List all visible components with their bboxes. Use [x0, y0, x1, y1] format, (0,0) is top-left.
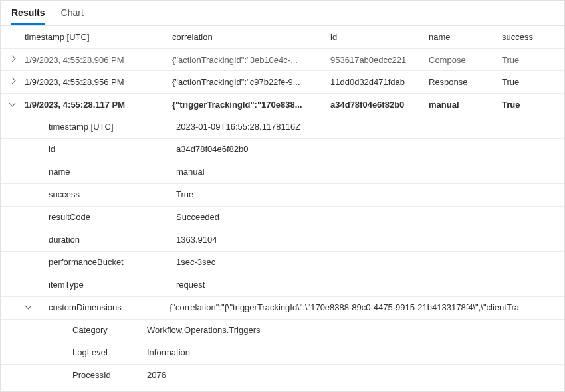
detail-value: Succeeded: [176, 212, 564, 222]
detail-row: resultCode Succeeded: [1, 207, 564, 229]
detail-panel: timestamp [UTC] 2023-01-09T16:55:28.1178…: [1, 116, 564, 392]
cell-id: 953617ab0edcc221: [330, 55, 429, 65]
detail-value: 1sec-3sec: [176, 257, 564, 267]
cell-timestamp: 1/9/2023, 4:55:28.956 PM: [25, 77, 172, 87]
cell-correlation: {"actionTrackingId":"c97b22fe-9...: [172, 77, 330, 87]
result-row[interactable]: 1/9/2023, 4:55:28.906 PM {"actionTrackin…: [1, 49, 564, 71]
detail-label: Category: [1, 325, 147, 335]
cell-name: Response: [429, 77, 502, 87]
detail-label: itemType: [1, 280, 176, 290]
cell-id: 11dd0d32d471fdab: [330, 77, 429, 87]
detail-row: Category Workflow.Operations.Triggers: [1, 320, 564, 342]
cell-timestamp: 1/9/2023, 4:55:28.117 PM: [25, 100, 172, 110]
cell-success: True: [502, 100, 555, 110]
tab-chart[interactable]: Chart: [61, 1, 84, 25]
chevron-right-icon[interactable]: [9, 55, 17, 63]
tabs-bar: Results Chart: [1, 1, 564, 26]
header-id[interactable]: id: [330, 32, 429, 42]
detail-row: itemType request: [1, 274, 564, 297]
detail-row-customdimensions[interactable]: customDimensions {"correlation":"{\"trig…: [1, 297, 564, 320]
cell-name: Compose: [429, 55, 502, 65]
detail-value: 2076: [147, 370, 564, 380]
detail-value: a34d78f04e6f82b0: [176, 144, 564, 154]
detail-value: {"correlation":"{\"triggerTrackingId\":\…: [170, 302, 564, 312]
header-correlation[interactable]: correlation: [172, 32, 330, 42]
chevron-right-icon[interactable]: [9, 77, 17, 85]
detail-label: name: [1, 167, 176, 177]
detail-value: manual: [176, 167, 564, 177]
cell-success: True: [502, 77, 555, 87]
custom-dimensions-block: Category Workflow.Operations.Triggers Lo…: [1, 320, 564, 392]
detail-row: name manual: [1, 161, 564, 184]
detail-value: 1363.9104: [176, 235, 564, 245]
header-success[interactable]: success: [502, 32, 555, 42]
result-row[interactable]: 1/9/2023, 4:55:28.956 PM {"actionTrackin…: [1, 71, 564, 94]
header-name[interactable]: name: [429, 32, 502, 42]
cell-success: True: [502, 55, 555, 65]
cell-id: a34d78f04e6f82b0: [330, 100, 429, 110]
tab-results[interactable]: Results: [11, 1, 45, 25]
detail-row-correlation[interactable]: correlation {"triggerTrackingId":"170e83…: [1, 387, 564, 392]
detail-label: id: [1, 144, 176, 154]
detail-value: 2023-01-09T16:55:28.1178116Z: [176, 122, 564, 132]
detail-row: success True: [1, 184, 564, 207]
cell-timestamp: 1/9/2023, 4:55:28.906 PM: [25, 55, 172, 65]
detail-value: Workflow.Operations.Triggers: [147, 325, 564, 335]
result-row-expanded[interactable]: 1/9/2023, 4:55:28.117 PM {"triggerTracki…: [1, 94, 564, 116]
detail-row: ProcessId 2076: [1, 365, 564, 387]
detail-row: LogLevel Information: [1, 342, 564, 365]
chevron-down-icon[interactable]: [9, 100, 17, 108]
cell-correlation: {"triggerTrackingId":"170e838...: [172, 100, 330, 110]
detail-label: timestamp [UTC]: [1, 122, 176, 132]
detail-row: id a34d78f04e6f82b0: [1, 139, 564, 161]
detail-value: request: [176, 280, 564, 290]
detail-label: customDimensions: [38, 302, 170, 312]
detail-label: performanceBucket: [1, 257, 176, 267]
detail-value: Information: [147, 347, 564, 357]
detail-value: True: [176, 189, 564, 199]
detail-row: performanceBucket 1sec-3sec: [1, 252, 564, 274]
chevron-down-icon[interactable]: [25, 302, 33, 310]
detail-label: success: [1, 189, 176, 199]
detail-row: duration 1363.9104: [1, 229, 564, 252]
detail-label: ProcessId: [1, 370, 147, 380]
column-headers: timestamp [UTC] correlation id name succ…: [1, 26, 564, 49]
detail-label: resultCode: [1, 212, 176, 222]
header-timestamp[interactable]: timestamp [UTC]: [25, 32, 172, 42]
detail-label: LogLevel: [1, 347, 147, 357]
cell-correlation: {"actionTrackingId":"3eb10e4c-...: [172, 55, 330, 65]
detail-row: timestamp [UTC] 2023-01-09T16:55:28.1178…: [1, 116, 564, 139]
detail-label: duration: [1, 235, 176, 245]
cell-name: manual: [429, 100, 502, 110]
